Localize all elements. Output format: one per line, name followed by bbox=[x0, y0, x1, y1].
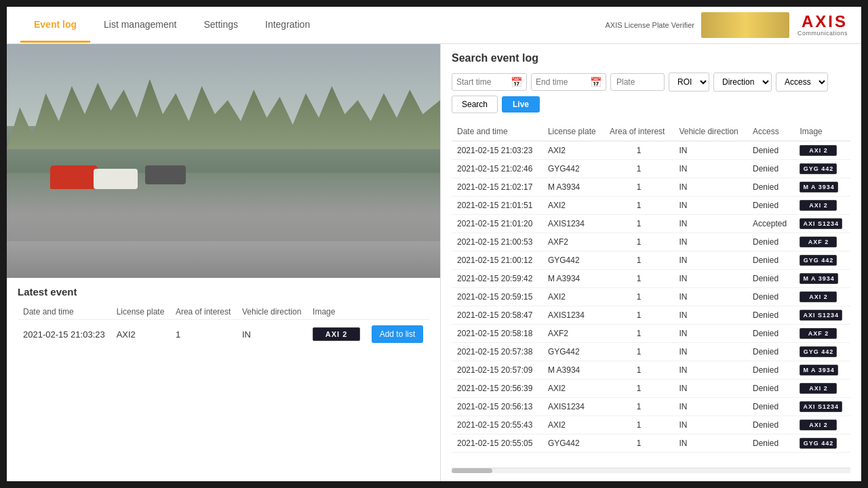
access-select[interactable]: Access bbox=[776, 73, 828, 92]
row-datetime: 2021-02-15 20:56:13 bbox=[452, 398, 542, 416]
row-access: Denied bbox=[747, 361, 794, 380]
plate-thumbnail: AXI S1234 bbox=[800, 218, 842, 229]
log-header-row: Date and time License plate Area of inte… bbox=[452, 123, 850, 141]
table-row: 2021-02-15 20:56:13 AXIS1234 1 IN Denied… bbox=[452, 398, 850, 416]
row-access: Denied bbox=[747, 251, 794, 270]
row-datetime: 2021-02-15 20:55:43 bbox=[452, 416, 542, 434]
left-panel: Latest event Date and time License plate… bbox=[7, 44, 441, 481]
plate-thumbnail: M A 3934 bbox=[800, 273, 837, 284]
row-plate: AXI2 bbox=[542, 416, 604, 434]
row-datetime: 2021-02-15 20:58:47 bbox=[452, 306, 542, 325]
app-wrapper: Event log List management Settings Integ… bbox=[0, 0, 868, 488]
table-row: 2021-02-15 20:55:05 GYG442 1 IN Denied G… bbox=[452, 434, 850, 453]
tab-list-management[interactable]: List management bbox=[90, 8, 190, 43]
row-direction: IN bbox=[673, 215, 747, 233]
table-row: 2021-02-15 21:00:53 AXF2 1 IN Denied AXF… bbox=[452, 233, 850, 251]
row-access: Denied bbox=[747, 160, 794, 178]
row-area: 1 bbox=[604, 270, 673, 288]
row-access: Denied bbox=[747, 270, 794, 288]
row-datetime: 2021-02-15 20:57:38 bbox=[452, 343, 542, 361]
plate-thumbnail: AXF 2 bbox=[800, 237, 837, 247]
row-plate: M A3934 bbox=[542, 270, 604, 288]
latest-action[interactable]: Add to list bbox=[366, 320, 429, 349]
end-calendar-icon[interactable]: 📅 bbox=[590, 77, 601, 87]
row-direction: IN bbox=[673, 416, 747, 434]
row-datetime: 2021-02-15 21:00:12 bbox=[452, 251, 542, 270]
log-table: Date and time License plate Area of inte… bbox=[452, 123, 850, 453]
table-row: 2021-02-15 20:57:38 GYG442 1 IN Denied G… bbox=[452, 343, 850, 361]
latest-event: Latest event Date and time License plate… bbox=[7, 278, 440, 481]
row-area: 1 bbox=[604, 380, 673, 398]
row-image: GYG 442 bbox=[794, 343, 850, 361]
end-time-field[interactable]: 📅 bbox=[531, 73, 606, 91]
app-container: Event log List management Settings Integ… bbox=[7, 7, 861, 481]
latest-image: AXI 2 bbox=[307, 320, 366, 349]
row-plate: GYG442 bbox=[542, 343, 604, 361]
search-title: Search event log bbox=[452, 52, 850, 64]
live-button[interactable]: Live bbox=[502, 96, 540, 113]
row-access: Denied bbox=[747, 398, 794, 416]
col-plate: License plate bbox=[111, 304, 170, 320]
plate-thumbnail: AXI 2 bbox=[800, 145, 837, 156]
row-direction: IN bbox=[673, 197, 747, 215]
row-image: AXF 2 bbox=[794, 325, 850, 343]
row-access: Denied bbox=[747, 380, 794, 398]
roi-select[interactable]: ROI bbox=[669, 73, 709, 92]
car-red bbox=[50, 165, 98, 189]
row-access: Accepted bbox=[747, 215, 794, 233]
col-direction: Vehicle direction bbox=[237, 304, 307, 320]
end-time-input[interactable] bbox=[536, 77, 590, 87]
start-calendar-icon[interactable]: 📅 bbox=[511, 77, 522, 87]
row-image: AXI 2 bbox=[794, 380, 850, 398]
latest-datetime: 2021-02-15 21:03:23 bbox=[18, 320, 111, 349]
start-time-field[interactable]: 📅 bbox=[452, 73, 527, 91]
row-plate: GYG442 bbox=[542, 251, 604, 270]
row-access: Denied bbox=[747, 434, 794, 453]
row-datetime: 2021-02-15 20:57:09 bbox=[452, 361, 542, 380]
table-row: 2021-02-15 20:59:42 M A3934 1 IN Denied … bbox=[452, 270, 850, 288]
start-time-input[interactable] bbox=[456, 77, 511, 87]
row-plate: AXI2 bbox=[542, 288, 604, 306]
row-access: Denied bbox=[747, 233, 794, 251]
row-access: Denied bbox=[747, 416, 794, 434]
add-to-list-button[interactable]: Add to list bbox=[372, 325, 424, 343]
row-area: 1 bbox=[604, 306, 673, 325]
table-row: 2021-02-15 21:00:12 GYG442 1 IN Denied G… bbox=[452, 251, 850, 270]
latest-plate-thumb: AXI 2 bbox=[313, 327, 360, 341]
tab-event-log[interactable]: Event log bbox=[20, 8, 90, 43]
row-image: M A 3934 bbox=[794, 361, 850, 380]
row-plate: AXF2 bbox=[542, 233, 604, 251]
tab-settings[interactable]: Settings bbox=[190, 8, 252, 43]
plate-thumbnail: AXI S1234 bbox=[800, 310, 842, 321]
row-datetime: 2021-02-15 20:59:42 bbox=[452, 270, 542, 288]
row-access: Denied bbox=[747, 178, 794, 197]
log-col-area: Area of interest bbox=[604, 123, 673, 141]
camera-feed bbox=[7, 44, 440, 278]
search-button[interactable]: Search bbox=[452, 96, 498, 113]
direction-select[interactable]: Direction bbox=[713, 73, 772, 92]
row-direction: IN bbox=[673, 233, 747, 251]
tab-integration[interactable]: Integration bbox=[252, 8, 323, 43]
row-image: AXI S1234 bbox=[794, 306, 850, 325]
horizontal-scrollbar[interactable] bbox=[452, 468, 850, 473]
row-direction: IN bbox=[673, 270, 747, 288]
row-image: AXI S1234 bbox=[794, 398, 850, 416]
row-image: GYG 442 bbox=[794, 160, 850, 178]
row-image: GYG 442 bbox=[794, 434, 850, 453]
row-datetime: 2021-02-15 21:02:17 bbox=[452, 178, 542, 197]
row-area: 1 bbox=[604, 251, 673, 270]
table-row: 2021-02-15 21:01:51 AXI2 1 IN Denied AXI… bbox=[452, 197, 850, 215]
table-row: 2021-02-15 21:02:17 M A3934 1 IN Denied … bbox=[452, 178, 850, 197]
row-image: M A 3934 bbox=[794, 178, 850, 197]
plate-input[interactable] bbox=[610, 73, 665, 91]
row-plate: M A3934 bbox=[542, 178, 604, 197]
axis-logo-container: AXIS Communications bbox=[701, 12, 848, 38]
row-datetime: 2021-02-15 21:01:20 bbox=[452, 215, 542, 233]
row-area: 1 bbox=[604, 398, 673, 416]
latest-event-title: Latest event bbox=[18, 286, 429, 298]
row-plate: AXI2 bbox=[542, 141, 604, 160]
log-table-container[interactable]: Date and time License plate Area of inte… bbox=[452, 123, 850, 468]
row-area: 1 bbox=[604, 325, 673, 343]
row-area: 1 bbox=[604, 215, 673, 233]
scrollbar-thumb[interactable] bbox=[452, 468, 492, 473]
